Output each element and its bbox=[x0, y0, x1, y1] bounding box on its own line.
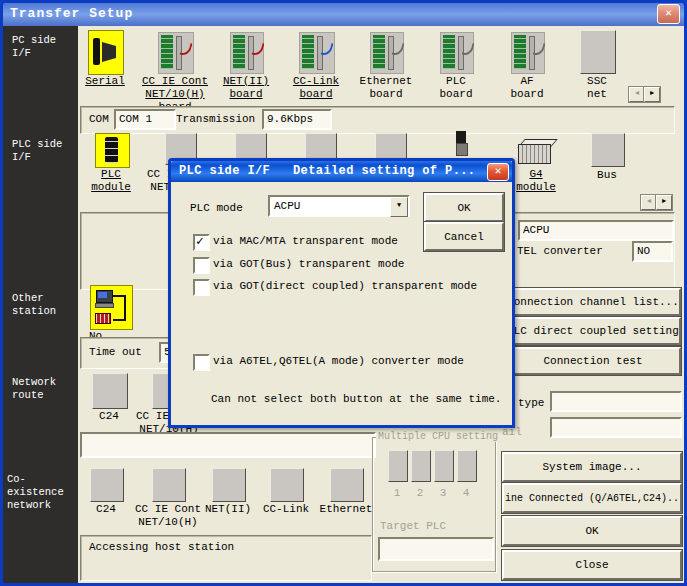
checkbox-a6tel-label[interactable]: via A6TEL,Q6TEL(A mode) converter mode bbox=[213, 355, 464, 368]
window-titlebar: Transfer Setup ✕ bbox=[0, 0, 687, 26]
window-close-button[interactable]: ✕ bbox=[657, 4, 680, 24]
multiple-cpu-number-3: 3 bbox=[434, 487, 452, 499]
tel-converter-label: TEL converter bbox=[517, 245, 603, 257]
pc-if-scroll-right-icon[interactable]: ► bbox=[644, 87, 660, 102]
close-button[interactable]: Close bbox=[502, 550, 682, 580]
plc-mode-value: ACPU bbox=[274, 199, 300, 213]
multiple-cpu-legend: Multiple CPU setting bbox=[376, 431, 500, 442]
dialog-titlebar: PLC side I/F Detailed setting of P... ✕ bbox=[171, 161, 512, 182]
transfer-setup-window: Transfer Setup ✕ PC side I/F PLC side I/… bbox=[0, 0, 687, 586]
sidebar-label-network-route: Network route bbox=[12, 376, 56, 402]
pc-if-af-board-icon[interactable] bbox=[511, 32, 545, 74]
cpu-type-label: type bbox=[518, 397, 544, 409]
dialog-note: Can not select both button at the same t… bbox=[211, 393, 501, 405]
tel-connected-button[interactable]: ine Connected (Q/A6TEL,C24).. bbox=[502, 483, 682, 513]
status-text: Accessing host station bbox=[89, 541, 234, 553]
multiple-cpu-number-1: 1 bbox=[388, 487, 406, 499]
checkbox-got-bus[interactable] bbox=[193, 257, 210, 274]
multiple-cpu-slot-1-icon bbox=[388, 450, 408, 482]
dialog-close-button[interactable]: ✕ bbox=[487, 163, 509, 181]
plc-if-small-module-icon[interactable] bbox=[453, 130, 470, 156]
bus-label[interactable]: Bus bbox=[562, 169, 652, 182]
ok-button[interactable]: OK bbox=[502, 516, 682, 546]
coexistence-c24-icon[interactable] bbox=[90, 468, 124, 502]
coexistence-net2-icon[interactable] bbox=[212, 468, 246, 502]
pc-if-ethernet-board-icon[interactable] bbox=[370, 32, 404, 74]
check-icon: ✓ bbox=[196, 233, 204, 249]
multiple-cpu-slot-3-icon bbox=[434, 450, 454, 482]
plc-detail-dialog: PLC side I/F Detailed setting of P... ✕ … bbox=[168, 158, 515, 428]
checkbox-mac-mta[interactable]: ✓ bbox=[193, 234, 210, 251]
system-image-button[interactable]: System image... bbox=[502, 452, 682, 482]
plc-cpu-field: ACPU bbox=[518, 220, 674, 241]
sidebar-label-plc-side: PLC side I/F bbox=[12, 138, 62, 164]
plc-mode-combobox[interactable]: ACPU ▼ bbox=[268, 195, 410, 217]
transmission-speed-field: 9.6Kbps bbox=[262, 109, 332, 130]
checkbox-got-direct[interactable] bbox=[193, 279, 210, 296]
multiple-cpu-number-2: 2 bbox=[411, 487, 429, 499]
chevron-down-icon[interactable]: ▼ bbox=[390, 197, 408, 217]
plc-if-scroll-right-icon[interactable]: ► bbox=[656, 195, 672, 210]
dialog-ok-button[interactable]: OK bbox=[424, 193, 504, 222]
plc-if-scroll-left-icon[interactable]: ◄ bbox=[641, 195, 657, 210]
detail-field bbox=[550, 417, 682, 438]
plc-mode-label: PLC mode bbox=[190, 202, 243, 214]
pc-if-plc-board-icon[interactable] bbox=[440, 32, 474, 74]
connection-test-button[interactable]: Connection test bbox=[505, 347, 681, 375]
multiple-cpu-number-4: 4 bbox=[457, 487, 475, 499]
coexistence-ccie-icon[interactable] bbox=[152, 468, 186, 502]
com-settings-panel: COM COM 1 Transmission 9.6Kbps bbox=[80, 106, 675, 134]
target-plc-label: Target PLC bbox=[380, 520, 446, 532]
checkbox-mac-mta-label[interactable]: via MAC/MTA transparent mode bbox=[213, 235, 398, 248]
cpu-type-field bbox=[550, 391, 682, 412]
pc-if-net2-board-icon[interactable] bbox=[230, 32, 264, 74]
other-station-no-icon[interactable] bbox=[90, 285, 133, 330]
multiple-cpu-slot-2-icon bbox=[411, 450, 431, 482]
pc-if-scroll-left-icon[interactable]: ◄ bbox=[629, 87, 645, 102]
serial-connector-icon bbox=[102, 42, 116, 62]
transmission-label: Transmission bbox=[176, 113, 255, 125]
status-panel: Accessing host station bbox=[80, 535, 372, 581]
network-route-path-field bbox=[80, 432, 376, 458]
sidebar: PC side I/F PLC side I/F Other station N… bbox=[3, 26, 78, 583]
sidebar-label-pc-side: PC side I/F bbox=[12, 34, 56, 60]
plc-if-plc-module-icon[interactable] bbox=[95, 133, 130, 168]
dialog-title: PLC side I/F Detailed setting of P... bbox=[179, 164, 475, 178]
checkbox-got-direct-label[interactable]: via GOT(direct coupled) transparent mode bbox=[213, 280, 477, 293]
multiple-cpu-slot-4-icon bbox=[457, 450, 477, 482]
window-title: Transfer Setup bbox=[10, 6, 133, 21]
sidebar-label-other-station: Other station bbox=[12, 292, 56, 318]
coexistence-ethernet-icon[interactable] bbox=[330, 468, 364, 502]
pc-if-sscnet-icon[interactable] bbox=[580, 30, 616, 74]
com-port-field: COM 1 bbox=[114, 109, 176, 130]
tel-converter-field: NO bbox=[632, 241, 673, 262]
checkbox-got-bus-label[interactable]: via GOT(Bus) transparent mode bbox=[213, 258, 404, 271]
pc-if-serial-icon[interactable] bbox=[88, 30, 124, 75]
connection-channel-list-button[interactable]: Connection channel list... bbox=[505, 288, 681, 316]
network-route-c24-icon[interactable] bbox=[92, 373, 128, 409]
target-plc-field bbox=[378, 537, 494, 561]
serial-plug-icon bbox=[93, 38, 100, 65]
pc-if-ccie-board-icon[interactable] bbox=[158, 32, 194, 74]
plc-if-bus-icon[interactable] bbox=[591, 133, 625, 167]
coexistence-cclink-icon[interactable] bbox=[270, 468, 304, 502]
checkbox-a6tel[interactable] bbox=[193, 354, 210, 371]
plc-if-g4-module-icon[interactable] bbox=[516, 138, 556, 166]
timeout-label: Time out bbox=[89, 346, 142, 358]
pc-if-cclink-board-icon[interactable] bbox=[299, 32, 335, 74]
plc-direct-coupled-button[interactable]: PLC direct coupled setting bbox=[505, 317, 681, 345]
com-label: COM bbox=[89, 113, 109, 125]
dialog-cancel-button[interactable]: Cancel bbox=[424, 222, 504, 251]
